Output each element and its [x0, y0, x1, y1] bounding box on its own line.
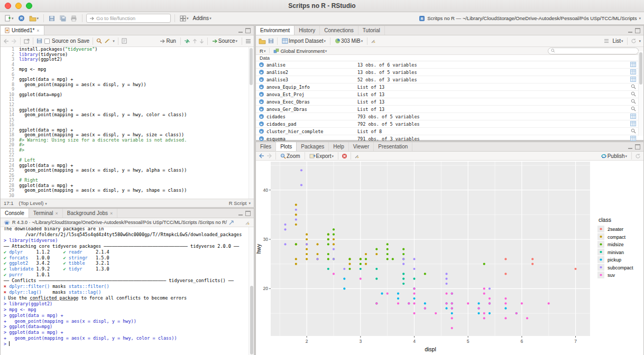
load-workspace-folder-icon[interactable] — [259, 38, 266, 44]
expand-object-icon[interactable]: ▶ — [259, 85, 264, 89]
scrollbar-thumb[interactable] — [250, 286, 253, 354]
scrollbar-thumb[interactable] — [639, 52, 642, 85]
tab-packages[interactable]: Packages — [297, 142, 329, 151]
previous-plot-icon[interactable] — [259, 153, 264, 158]
open-file-button[interactable]: ▾ — [28, 15, 40, 22]
tab-files[interactable]: Files — [256, 142, 276, 151]
minimize-pane-icon[interactable] — [628, 28, 632, 33]
tab-viewer[interactable]: Viewer — [349, 142, 374, 151]
list-view-button[interactable]: List ▾ — [611, 38, 624, 44]
environment-row[interactable]: ▶análise213 obs. of 5 variables — [256, 69, 643, 76]
close-window-button[interactable] — [5, 3, 11, 9]
data-frame-grid-icon[interactable] — [630, 77, 636, 82]
code-tools-wand-icon[interactable] — [104, 38, 111, 44]
language-selector[interactable]: R ▾ — [259, 48, 266, 54]
publish-button[interactable]: Publish ▾ — [600, 153, 628, 160]
tab-tutorial[interactable]: Tutorial — [358, 26, 385, 35]
maximize-pane-icon[interactable] — [635, 144, 640, 150]
close-icon[interactable]: × — [56, 211, 58, 216]
down-arrow-icon[interactable] — [199, 39, 204, 44]
save-all-button[interactable] — [58, 14, 67, 22]
source-on-save-checkbox[interactable] — [44, 39, 50, 44]
save-icon[interactable] — [36, 38, 42, 44]
expand-object-icon[interactable]: ▶ — [259, 77, 264, 82]
export-plot-button[interactable]: Export ▾ — [308, 153, 335, 160]
refresh-icon[interactable] — [631, 38, 637, 44]
project-chooser[interactable]: R Scritps no R — ~/Library/CloudStorage/… — [419, 15, 641, 22]
minimize-window-button[interactable] — [15, 3, 22, 9]
tab-background-jobs[interactable]: Background Jobs× — [63, 209, 118, 218]
memory-usage-button[interactable]: 303 MiB ▾ — [334, 38, 364, 44]
environment-row[interactable]: ▶anova_Exec_ObrasList of 13 — [256, 98, 643, 106]
expand-object-icon[interactable]: ▶ — [259, 92, 264, 97]
maximize-pane-icon[interactable] — [245, 211, 251, 216]
scope-selector[interactable]: (Top Level) ▾ — [19, 200, 47, 206]
minimize-pane-icon[interactable] — [238, 28, 243, 33]
data-frame-grid-icon[interactable] — [630, 114, 636, 119]
environment-row[interactable]: ▶análise13 obs. of 6 variables — [256, 61, 643, 69]
close-icon[interactable]: × — [110, 211, 113, 216]
refresh-plot-icon[interactable] — [635, 153, 641, 159]
tab-help[interactable]: Help — [329, 142, 349, 151]
environment-row[interactable]: ▶cidades793 obs. of 5 variables — [256, 113, 643, 120]
new-file-button[interactable]: ▾ — [3, 14, 15, 22]
code-editor[interactable]: 1install.packages("tidyverse")2library(t… — [1, 47, 254, 199]
save-workspace-icon[interactable] — [268, 38, 274, 44]
panes-layout-button[interactable]: ▾ — [179, 15, 190, 22]
addins-button[interactable]: Addins ▾ — [192, 15, 213, 22]
tab-terminal[interactable]: Terminal× — [29, 209, 63, 218]
expand-object-icon[interactable]: ▶ — [259, 114, 264, 119]
open-in-new-window-icon[interactable] — [229, 220, 234, 225]
expand-object-icon[interactable]: ▶ — [259, 107, 264, 111]
maximize-pane-icon[interactable] — [245, 28, 251, 33]
environment-row[interactable]: ▶anova_Ger_ObrasList of 13 — [256, 106, 643, 113]
close-icon[interactable]: × — [36, 28, 39, 33]
tab-connections[interactable]: Connections — [320, 26, 358, 35]
environment-row[interactable]: ▶anova_Equip_InfoList of 13 — [256, 83, 643, 91]
console-output[interactable]: The downloaded binary packages are in /v… — [1, 227, 254, 355]
compile-report-icon[interactable] — [122, 38, 127, 44]
zoom-plot-button[interactable]: Zoom — [279, 153, 301, 160]
print-button[interactable] — [69, 15, 78, 22]
expand-object-icon[interactable]: ▶ — [259, 70, 264, 74]
maximize-pane-icon[interactable] — [635, 28, 640, 33]
tab-presentation[interactable]: Presentation — [374, 142, 412, 151]
clear-console-broom-icon[interactable] — [245, 220, 251, 226]
environment-row[interactable]: ▶anova_Est_ProjList of 13 — [256, 91, 643, 98]
inspect-magnifier-icon[interactable] — [631, 106, 636, 111]
expand-object-icon[interactable]: ▶ — [259, 136, 264, 141]
data-frame-grid-icon[interactable] — [630, 62, 636, 67]
run-button[interactable]: Run — [159, 38, 177, 44]
global-environment-selector[interactable]: Global Environment ▾ — [272, 48, 328, 54]
source-button[interactable]: Source ▾ — [211, 38, 238, 44]
data-frame-grid-icon[interactable] — [630, 69, 636, 74]
inspect-magnifier-icon[interactable] — [631, 99, 636, 104]
forward-icon[interactable] — [11, 39, 17, 44]
tab-console[interactable]: Console — [1, 209, 29, 218]
tab-untitled1[interactable]: Untitled1* × — [1, 26, 44, 35]
minimize-pane-icon[interactable] — [628, 144, 632, 149]
open-in-window-icon[interactable] — [24, 39, 30, 44]
remove-plot-icon[interactable] — [342, 153, 347, 159]
next-plot-icon[interactable] — [266, 153, 272, 158]
expand-object-icon[interactable]: ▶ — [259, 122, 264, 126]
tab-history[interactable]: History — [295, 26, 320, 35]
inspect-magnifier-icon[interactable] — [631, 91, 636, 97]
editor-scrollbar[interactable] — [249, 47, 254, 199]
back-icon[interactable] — [3, 39, 9, 44]
new-project-button[interactable]: R — [17, 14, 26, 22]
minimize-pane-icon[interactable] — [238, 211, 243, 216]
environment-scrollbar[interactable] — [638, 51, 643, 136]
clear-environment-broom-icon[interactable] — [371, 38, 376, 44]
save-button[interactable] — [48, 15, 56, 22]
data-frame-grid-icon[interactable] — [630, 121, 636, 126]
clear-all-plots-broom-icon[interactable] — [354, 153, 360, 159]
tab-plots[interactable]: Plots — [276, 142, 297, 151]
filetype-selector[interactable]: R Script ▾ — [229, 200, 251, 206]
environment-search-input[interactable] — [548, 48, 639, 54]
inspect-magnifier-icon[interactable] — [631, 128, 636, 134]
environment-row[interactable]: ▶análise352 obs. of 3 variables — [256, 76, 643, 83]
expand-object-icon[interactable]: ▶ — [259, 129, 264, 134]
console-scrollbar[interactable] — [249, 227, 254, 355]
expand-object-icon[interactable]: ▶ — [259, 62, 264, 67]
